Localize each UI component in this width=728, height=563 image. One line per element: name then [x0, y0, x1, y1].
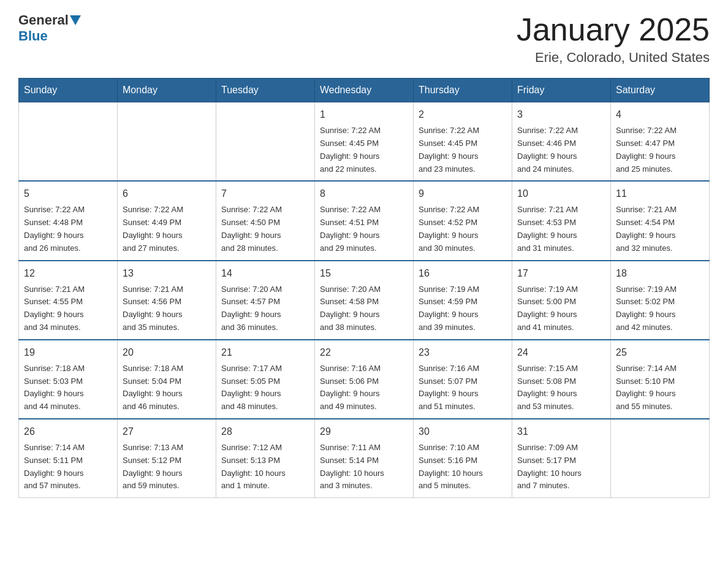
day-info: Sunrise: 7:21 AMSunset: 4:53 PMDaylight:… — [517, 204, 605, 255]
logo-blue-text: Blue — [18, 28, 48, 44]
calendar-cell: 1Sunrise: 7:22 AMSunset: 4:45 PMDaylight… — [315, 102, 414, 182]
day-info: Sunrise: 7:14 AMSunset: 5:11 PMDaylight:… — [24, 442, 112, 492]
day-number: 2 — [419, 107, 507, 122]
day-number: 27 — [123, 424, 211, 439]
calendar-cell: 28Sunrise: 7:12 AMSunset: 5:13 PMDayligh… — [216, 419, 315, 498]
day-info: Sunrise: 7:22 AMSunset: 4:52 PMDaylight:… — [419, 204, 507, 255]
page-header: General Blue January 2025 Erie, Colorado… — [18, 12, 710, 66]
day-number: 5 — [24, 186, 112, 201]
day-number: 14 — [221, 266, 309, 281]
day-info: Sunrise: 7:14 AMSunset: 5:10 PMDaylight:… — [616, 362, 704, 413]
day-number: 22 — [320, 345, 408, 360]
day-info: Sunrise: 7:16 AMSunset: 5:07 PMDaylight:… — [419, 362, 507, 413]
day-info: Sunrise: 7:20 AMSunset: 4:57 PMDaylight:… — [221, 283, 309, 334]
day-number: 23 — [419, 345, 507, 360]
calendar-header-friday: Friday — [512, 79, 611, 102]
calendar-cell: 17Sunrise: 7:19 AMSunset: 5:00 PMDayligh… — [512, 261, 611, 340]
calendar-cell: 25Sunrise: 7:14 AMSunset: 5:10 PMDayligh… — [611, 340, 710, 419]
day-info: Sunrise: 7:15 AMSunset: 5:08 PMDaylight:… — [517, 362, 605, 413]
day-number: 25 — [616, 345, 704, 360]
calendar-cell: 15Sunrise: 7:20 AMSunset: 4:58 PMDayligh… — [315, 261, 414, 340]
calendar-cell: 11Sunrise: 7:21 AMSunset: 4:54 PMDayligh… — [611, 181, 710, 260]
calendar-cell: 5Sunrise: 7:22 AMSunset: 4:48 PMDaylight… — [19, 181, 118, 260]
day-number: 20 — [123, 345, 211, 360]
calendar-cell: 16Sunrise: 7:19 AMSunset: 4:59 PMDayligh… — [414, 261, 512, 340]
calendar-cell: 6Sunrise: 7:22 AMSunset: 4:49 PMDaylight… — [118, 181, 216, 260]
logo-general-text: General — [18, 12, 69, 28]
day-info: Sunrise: 7:16 AMSunset: 5:06 PMDaylight:… — [320, 362, 408, 413]
day-number: 21 — [221, 345, 309, 360]
calendar-table: SundayMondayTuesdayWednesdayThursdayFrid… — [18, 78, 710, 498]
calendar-header-monday: Monday — [118, 79, 216, 102]
day-info: Sunrise: 7:22 AMSunset: 4:51 PMDaylight:… — [320, 204, 408, 255]
calendar-cell: 8Sunrise: 7:22 AMSunset: 4:51 PMDaylight… — [315, 181, 414, 260]
day-number: 16 — [419, 266, 507, 281]
day-info: Sunrise: 7:12 AMSunset: 5:13 PMDaylight:… — [221, 442, 309, 492]
day-number: 3 — [517, 107, 605, 122]
calendar-cell: 29Sunrise: 7:11 AMSunset: 5:14 PMDayligh… — [315, 419, 414, 498]
day-number: 11 — [616, 186, 704, 201]
calendar-cell: 19Sunrise: 7:18 AMSunset: 5:03 PMDayligh… — [19, 340, 118, 419]
calendar-cell — [216, 102, 315, 182]
day-info: Sunrise: 7:22 AMSunset: 4:48 PMDaylight:… — [24, 204, 112, 255]
calendar-header-saturday: Saturday — [611, 79, 710, 102]
day-number: 9 — [419, 186, 507, 201]
day-number: 17 — [517, 266, 605, 281]
svg-marker-0 — [70, 15, 81, 25]
day-number: 8 — [320, 186, 408, 201]
calendar-cell: 10Sunrise: 7:21 AMSunset: 4:53 PMDayligh… — [512, 181, 611, 260]
calendar-cell: 24Sunrise: 7:15 AMSunset: 5:08 PMDayligh… — [512, 340, 611, 419]
calendar-cell: 4Sunrise: 7:22 AMSunset: 4:47 PMDaylight… — [611, 102, 710, 182]
title-section: January 2025 Erie, Colorado, United Stat… — [517, 12, 710, 66]
location-subtitle: Erie, Colorado, United States — [517, 50, 710, 66]
calendar-week-row: 19Sunrise: 7:18 AMSunset: 5:03 PMDayligh… — [19, 340, 710, 419]
logo-arrow-icon — [70, 15, 81, 26]
calendar-cell: 27Sunrise: 7:13 AMSunset: 5:12 PMDayligh… — [118, 419, 216, 498]
calendar-week-row: 12Sunrise: 7:21 AMSunset: 4:55 PMDayligh… — [19, 261, 710, 340]
calendar-cell — [19, 102, 118, 182]
calendar-week-row: 5Sunrise: 7:22 AMSunset: 4:48 PMDaylight… — [19, 181, 710, 260]
day-number: 30 — [419, 424, 507, 439]
calendar-cell: 23Sunrise: 7:16 AMSunset: 5:07 PMDayligh… — [414, 340, 512, 419]
day-number: 31 — [517, 424, 605, 439]
month-title: January 2025 — [517, 12, 710, 47]
calendar-cell: 2Sunrise: 7:22 AMSunset: 4:45 PMDaylight… — [414, 102, 512, 182]
day-number: 15 — [320, 266, 408, 281]
day-info: Sunrise: 7:10 AMSunset: 5:16 PMDaylight:… — [419, 442, 507, 492]
day-number: 18 — [616, 266, 704, 281]
calendar-header-row: SundayMondayTuesdayWednesdayThursdayFrid… — [19, 79, 710, 102]
day-number: 26 — [24, 424, 112, 439]
calendar-week-row: 1Sunrise: 7:22 AMSunset: 4:45 PMDaylight… — [19, 102, 710, 182]
calendar-cell: 22Sunrise: 7:16 AMSunset: 5:06 PMDayligh… — [315, 340, 414, 419]
calendar-header-sunday: Sunday — [19, 79, 118, 102]
logo: General Blue — [18, 12, 81, 44]
calendar-header-tuesday: Tuesday — [216, 79, 315, 102]
calendar-cell: 26Sunrise: 7:14 AMSunset: 5:11 PMDayligh… — [19, 419, 118, 498]
day-number: 28 — [221, 424, 309, 439]
day-info: Sunrise: 7:21 AMSunset: 4:56 PMDaylight:… — [123, 283, 211, 334]
day-info: Sunrise: 7:22 AMSunset: 4:45 PMDaylight:… — [320, 124, 408, 175]
day-info: Sunrise: 7:21 AMSunset: 4:55 PMDaylight:… — [24, 283, 112, 334]
day-number: 7 — [221, 186, 309, 201]
day-info: Sunrise: 7:22 AMSunset: 4:46 PMDaylight:… — [517, 124, 605, 175]
calendar-cell: 9Sunrise: 7:22 AMSunset: 4:52 PMDaylight… — [414, 181, 512, 260]
day-info: Sunrise: 7:22 AMSunset: 4:45 PMDaylight:… — [419, 124, 507, 175]
day-number: 29 — [320, 424, 408, 439]
day-number: 4 — [616, 107, 704, 122]
day-info: Sunrise: 7:22 AMSunset: 4:47 PMDaylight:… — [616, 124, 704, 175]
calendar-header-wednesday: Wednesday — [315, 79, 414, 102]
day-info: Sunrise: 7:13 AMSunset: 5:12 PMDaylight:… — [123, 442, 211, 492]
calendar-cell: 31Sunrise: 7:09 AMSunset: 5:17 PMDayligh… — [512, 419, 611, 498]
day-info: Sunrise: 7:21 AMSunset: 4:54 PMDaylight:… — [616, 204, 704, 255]
day-info: Sunrise: 7:22 AMSunset: 4:50 PMDaylight:… — [221, 204, 309, 255]
calendar-cell: 20Sunrise: 7:18 AMSunset: 5:04 PMDayligh… — [118, 340, 216, 419]
day-number: 1 — [320, 107, 408, 122]
calendar-cell: 12Sunrise: 7:21 AMSunset: 4:55 PMDayligh… — [19, 261, 118, 340]
day-info: Sunrise: 7:18 AMSunset: 5:03 PMDaylight:… — [24, 362, 112, 413]
calendar-cell: 18Sunrise: 7:19 AMSunset: 5:02 PMDayligh… — [611, 261, 710, 340]
calendar-cell: 13Sunrise: 7:21 AMSunset: 4:56 PMDayligh… — [118, 261, 216, 340]
calendar-cell: 14Sunrise: 7:20 AMSunset: 4:57 PMDayligh… — [216, 261, 315, 340]
calendar-week-row: 26Sunrise: 7:14 AMSunset: 5:11 PMDayligh… — [19, 419, 710, 498]
day-number: 19 — [24, 345, 112, 360]
day-number: 6 — [123, 186, 211, 201]
